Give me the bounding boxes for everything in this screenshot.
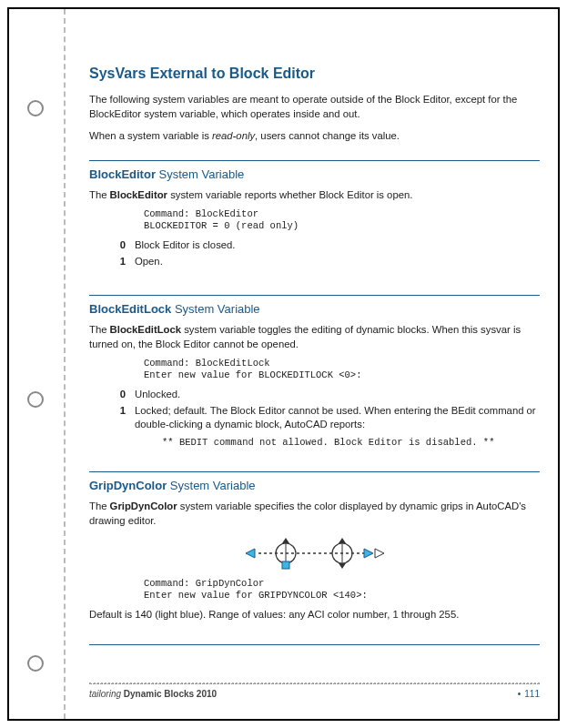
section-rule: [89, 295, 540, 296]
def-key: 0: [109, 238, 126, 253]
binder-hole: [27, 100, 44, 116]
code-block: Command: GripDynColor Enter new value fo…: [144, 578, 540, 602]
svg-rect-6: [282, 561, 289, 569]
footer-page-number: •111: [518, 688, 540, 701]
def-value: Unlocked.: [135, 388, 540, 402]
def-value: Open.: [135, 255, 540, 269]
page-number: 111: [524, 689, 540, 699]
page-footer: tailoring Dynamic Blocks 2010 •111: [89, 683, 540, 701]
binding-perforation: [64, 9, 66, 719]
definition-row: 0 Unlocked.: [109, 388, 540, 402]
def-key: 1: [109, 255, 126, 269]
sysvar-ref: BlockEditLock: [110, 324, 181, 335]
section-rule: [89, 644, 540, 645]
definition-row: 1 Locked; default. The Block Editor cann…: [109, 404, 540, 450]
sysvar-ref: GripDynColor: [110, 500, 177, 511]
code-block: Command: BlockEditor BLOCKEDITOR = 0 (re…: [144, 208, 540, 233]
text-emphasis: read-only: [212, 130, 255, 141]
definition-row: 0 Block Editor is closed.: [109, 238, 540, 253]
svg-marker-4: [282, 538, 289, 543]
section-rule: [89, 160, 540, 161]
heading-label: System Variable: [156, 167, 244, 181]
intro-paragraph-2: When a system variable is read-only, use…: [89, 129, 540, 144]
sysvar-name: BlockEditor: [89, 167, 156, 181]
section-body: The GripDynColor system variable specifi…: [89, 500, 540, 529]
page-content: SysVars External to Block Editor The fol…: [89, 64, 540, 701]
section-heading-blockeditlock: BlockEditLock System Variable: [89, 301, 540, 318]
text: When a system variable is: [89, 130, 212, 141]
section-body: The BlockEditLock system variable toggle…: [89, 323, 540, 352]
binder-hole: [27, 655, 44, 672]
text: system variable reports whether Block Ed…: [167, 189, 412, 200]
text: The: [89, 189, 110, 200]
section-body: The BlockEditor system variable reports …: [89, 188, 540, 203]
svg-marker-11: [375, 549, 384, 558]
text: , users cannot change its value.: [255, 130, 400, 141]
text: Locked; default. The Block Editor cannot…: [135, 405, 536, 430]
definition-list: 0 Block Editor is closed. 1 Open.: [109, 238, 540, 269]
definition-list: 0 Unlocked. 1 Locked; default. The Block…: [109, 388, 540, 450]
svg-marker-10: [339, 563, 346, 569]
section-rule: [89, 471, 540, 472]
section-body-2: Default is 140 (light blue). Range of va…: [89, 608, 540, 622]
def-value: Locked; default. The Block Editor cannot…: [135, 404, 540, 450]
page-title: SysVars External to Block Editor: [89, 64, 540, 84]
heading-label: System Variable: [167, 479, 255, 492]
def-value: Block Editor is closed.: [135, 238, 540, 253]
sysvar-name: BlockEditLock: [89, 302, 171, 316]
code-inline: ** BEDIT command not allowed. Block Edit…: [162, 436, 540, 450]
svg-marker-9: [339, 538, 346, 543]
definition-row: 1 Open.: [109, 255, 540, 269]
text: tailoring: [89, 689, 124, 699]
def-key: 0: [109, 388, 126, 402]
sysvar-name: GripDynColor: [89, 479, 167, 492]
intro-paragraph-1: The following system variables are meant…: [89, 93, 540, 122]
svg-marker-1: [246, 549, 255, 558]
footer-book-title: tailoring Dynamic Blocks 2010: [89, 688, 217, 701]
grip-illustration: [242, 536, 388, 571]
def-key: 1: [109, 404, 126, 450]
text: The: [89, 324, 110, 335]
text: Dynamic Blocks 2010: [124, 689, 217, 699]
section-heading-blockeditor: BlockEditor System Variable: [89, 167, 540, 183]
heading-label: System Variable: [171, 302, 259, 316]
binder-hole: [27, 391, 44, 408]
svg-marker-12: [364, 549, 373, 558]
section-heading-gripdyncolor: GripDynColor System Variable: [89, 478, 540, 494]
text: The: [89, 500, 110, 511]
sysvar-ref: BlockEditor: [110, 189, 167, 200]
code-block: Command: BlockEditLock Enter new value f…: [144, 358, 540, 382]
